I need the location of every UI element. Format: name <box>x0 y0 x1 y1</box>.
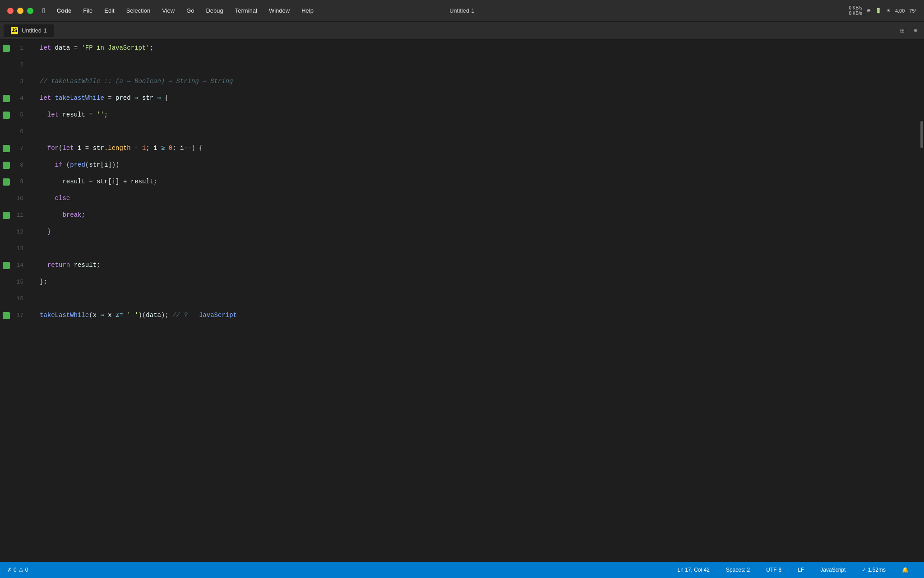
language-mode[interactable]: JavaScript <box>820 567 845 573</box>
status-right: Ln 17, Col 42 Spaces: 2 UTF-8 LF JavaScr… <box>678 567 917 573</box>
more-options-button[interactable]: ● <box>910 26 920 36</box>
line-number-13: 13 <box>0 240 36 257</box>
breakpoint-9[interactable] <box>3 178 10 186</box>
network-status: 0 KB/s 0 KB/s <box>849 5 862 16</box>
selection-menu[interactable]: Selection <box>125 6 152 15</box>
line-6: 6 <box>0 123 924 140</box>
line-16: 16 <box>0 290 924 307</box>
breakpoint-14[interactable] <box>3 262 10 269</box>
title-bar:  Code File Edit Selection View Go Debug… <box>0 0 924 22</box>
error-number: 0 <box>14 567 17 573</box>
window-menu[interactable]: Window <box>267 6 291 15</box>
file-encoding[interactable]: UTF-8 <box>766 567 781 573</box>
apple-menu[interactable]:  <box>41 6 47 16</box>
error-count[interactable]: ✗ 0 ⚠ 0 <box>7 567 28 573</box>
tab-actions: ⊞ ● <box>897 25 920 36</box>
warning-number: 0 <box>25 567 28 573</box>
breakpoint-17[interactable] <box>3 312 10 319</box>
edit-menu[interactable]: Edit <box>102 6 116 15</box>
line-content-17: takeLastWhile(x ⇒ x ≢≡ ' ')(data); // ? … <box>36 307 924 324</box>
wifi-icon: ⊕ <box>867 8 871 14</box>
title-bar-right: 0 KB/s 0 KB/s ⊕ 🔋 ☀ 4.00 75° <box>849 5 917 16</box>
line-content-12: } <box>36 224 924 240</box>
line-2: 2 <box>0 56 924 73</box>
line-8: 8 if (pred(str[i])) <box>0 157 924 173</box>
vertical-scrollbar[interactable] <box>918 40 924 562</box>
file-menu[interactable]: File <box>81 6 94 15</box>
breakpoint-8[interactable] <box>3 162 10 169</box>
line-15: 15 }; <box>0 274 924 290</box>
terminal-menu[interactable]: Terminal <box>233 6 259 15</box>
line-12: 12 } <box>0 224 924 240</box>
tab-label: Untitled-1 <box>22 27 47 34</box>
line-7: 7 for(let i = str.length - 1; i ≥ 0; i--… <box>0 140 924 157</box>
line-content-15: }; <box>36 274 924 290</box>
title-bar-left:  Code File Edit Selection View Go Debug… <box>7 6 315 16</box>
window-title: Untitled-1 <box>449 7 475 14</box>
status-icons: 0 KB/s 0 KB/s ⊕ 🔋 ☀ 4.00 75° <box>849 5 917 16</box>
line-content-10: else <box>36 190 924 207</box>
line-13: 13 <box>0 240 924 257</box>
help-menu[interactable]: Help <box>300 6 315 15</box>
battery-icon: 🔋 <box>875 8 882 14</box>
tab-bar: JS Untitled-1 ⊞ ● <box>0 22 924 40</box>
line-number-10: 10 <box>0 190 36 207</box>
line-content-14: return result; <box>36 257 924 274</box>
close-button[interactable] <box>7 8 14 14</box>
warning-icon: ⚠ <box>18 567 23 573</box>
traffic-lights <box>7 8 33 14</box>
js-file-icon: JS <box>11 27 18 34</box>
line-content-7: for(let i = str.length - 1; i ≥ 0; i--) … <box>36 140 924 157</box>
code-content[interactable]: 1 let data = 'FP in JavaScript'; 2 3 // … <box>0 40 924 562</box>
minimize-button[interactable] <box>17 8 23 14</box>
error-icon: ✗ <box>7 567 12 573</box>
line-17: 17 takeLastWhile(x ⇒ x ≢≡ ' ')(data); //… <box>0 307 924 324</box>
breakpoint-7[interactable] <box>3 145 10 152</box>
clock-display: 4.00 <box>895 8 905 14</box>
code-menu[interactable]: Code <box>55 6 74 15</box>
line-number-2: 2 <box>0 56 36 73</box>
line-1: 1 let data = 'FP in JavaScript'; <box>0 40 924 56</box>
breakpoint-4[interactable] <box>3 95 10 102</box>
maximize-button[interactable] <box>27 8 33 14</box>
line-3: 3 // takeLastWhile :: (a → Boolean) → St… <box>0 73 924 90</box>
line-10: 10 else <box>0 190 924 207</box>
line-content-13 <box>36 240 924 257</box>
line-content-3: // takeLastWhile :: (a → Boolean) → Stri… <box>36 73 924 90</box>
debug-menu[interactable]: Debug <box>204 6 225 15</box>
cursor-position[interactable]: Ln 17, Col 42 <box>678 567 710 573</box>
execution-time: ✓ 1.52ms <box>862 567 886 573</box>
breakpoint-11[interactable] <box>3 212 10 219</box>
go-menu[interactable]: Go <box>185 6 196 15</box>
line-11: 11 break; <box>0 207 924 224</box>
scrollbar-thumb[interactable] <box>920 121 923 148</box>
line-ending[interactable]: LF <box>798 567 804 573</box>
indent-size[interactable]: Spaces: 2 <box>726 567 750 573</box>
line-content-8: if (pred(str[i])) <box>36 157 924 173</box>
line-number-12: 12 <box>0 224 36 240</box>
line-content-6 <box>36 123 924 140</box>
line-5: 5 let result = ''; <box>0 107 924 123</box>
breakpoint-5[interactable] <box>3 112 10 119</box>
view-menu[interactable]: View <box>160 6 176 15</box>
line-content-9: result = str[i] + result; <box>36 173 924 190</box>
line-content-5: let result = ''; <box>36 107 924 123</box>
brightness-icon: ☀ <box>886 8 891 14</box>
line-4: 4 let takeLastWhile = pred ⇒ str ⇒ { <box>0 90 924 107</box>
line-number-6: 6 <box>0 123 36 140</box>
status-bar: ✗ 0 ⚠ 0 Ln 17, Col 42 Spaces: 2 UTF-8 LF… <box>0 562 924 578</box>
editor: 1 let data = 'FP in JavaScript'; 2 3 // … <box>0 40 924 562</box>
line-content-4: let takeLastWhile = pred ⇒ str ⇒ { <box>36 90 924 107</box>
line-number-3: 3 <box>0 73 36 90</box>
line-content-2 <box>36 56 924 73</box>
notifications-icon[interactable]: 🔔 <box>902 567 909 573</box>
line-9: 9 result = str[i] + result; <box>0 173 924 190</box>
menu-bar:  Code File Edit Selection View Go Debug… <box>41 6 315 16</box>
temperature: 75° <box>909 8 917 14</box>
line-content-1: let data = 'FP in JavaScript'; <box>36 40 924 56</box>
editor-tab[interactable]: JS Untitled-1 <box>4 24 54 37</box>
line-content-16 <box>36 290 924 307</box>
split-editor-button[interactable]: ⊞ <box>897 25 907 36</box>
breakpoint-1[interactable] <box>3 45 10 52</box>
line-14: 14 return result; <box>0 257 924 274</box>
